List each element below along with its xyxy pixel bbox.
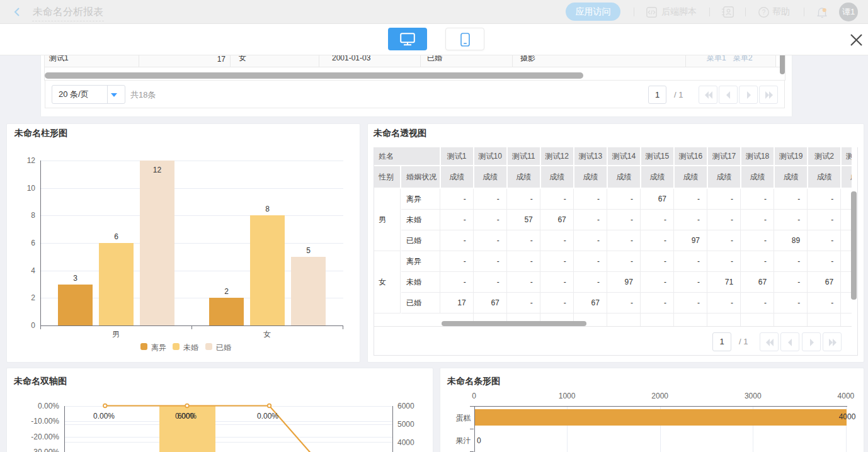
svg-text:?: ? — [762, 9, 766, 16]
